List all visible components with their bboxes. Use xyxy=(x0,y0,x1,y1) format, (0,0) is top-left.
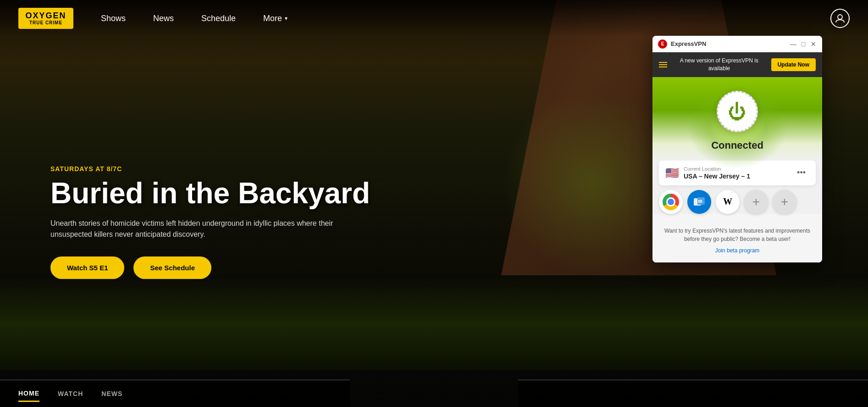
navbar: OXYGEN TRUE CRIME Shows News Schedule Mo… xyxy=(0,0,868,37)
tab-news[interactable]: NEWS xyxy=(101,386,122,401)
vpn-shortcut-outlook[interactable]: ✉ xyxy=(687,190,711,214)
vpn-app-name: ExpressVPN xyxy=(671,40,790,47)
vpn-maximize-button[interactable]: □ xyxy=(800,41,807,47)
svg-text:✉: ✉ xyxy=(698,199,702,204)
vpn-power-button[interactable]: ⏻ xyxy=(717,91,758,132)
hero-title: Buried in the Backyard xyxy=(50,178,370,209)
svg-point-0 xyxy=(838,15,842,19)
profile-button[interactable] xyxy=(830,9,850,28)
vpn-menu-button[interactable] xyxy=(659,62,667,67)
expressvpn-logo-icon: E xyxy=(658,39,667,49)
vpn-power-area: ⏻ Connected xyxy=(652,77,822,161)
logo-oxygen-text: OXYGEN xyxy=(25,11,66,21)
vpn-connected-status: Connected xyxy=(711,139,763,151)
tab-watch[interactable]: WATCH xyxy=(58,386,83,401)
vpn-location-more-button[interactable]: ••• xyxy=(793,166,809,179)
vpn-close-button[interactable]: ✕ xyxy=(810,41,817,47)
vpn-power-icon: ⏻ xyxy=(728,102,746,121)
nav-shows[interactable]: Shows xyxy=(101,14,126,23)
vpn-shortcut-add-2[interactable]: + xyxy=(773,190,796,214)
chrome-icon xyxy=(663,194,679,210)
vpn-update-button[interactable]: Update Now xyxy=(771,58,816,71)
hero-content: SATURDAYS AT 8/7C Buried in the Backyard… xyxy=(50,165,370,279)
vpn-titlebar: E ExpressVPN — □ ✕ xyxy=(652,36,822,52)
nav-more[interactable]: More ▾ xyxy=(263,14,287,23)
schedule-tag: SATURDAYS AT 8/7C xyxy=(50,165,370,173)
vpn-shortcut-add-1[interactable]: + xyxy=(744,190,768,214)
vpn-update-banner: A new version of ExpressVPN is available… xyxy=(652,52,822,77)
watch-button[interactable]: Watch S5 E1 xyxy=(50,256,124,279)
logo-truecrime-text: TRUE CRIME xyxy=(29,20,62,25)
profile-icon xyxy=(835,13,845,23)
hamburger-line xyxy=(659,62,667,63)
nav-schedule[interactable]: Schedule xyxy=(201,14,236,23)
vpn-window-controls: — □ ✕ xyxy=(790,41,817,47)
vpn-shortcut-wikipedia[interactable]: W xyxy=(716,190,740,214)
bottom-tabs: HOME WATCH NEWS xyxy=(0,379,350,407)
expressvpn-window: E ExpressVPN — □ ✕ A new version of Expr… xyxy=(652,36,822,262)
vpn-location-flag: 🇺🇸 xyxy=(665,167,679,179)
more-chevron-icon: ▾ xyxy=(285,15,287,22)
add-icon-2: + xyxy=(781,195,788,209)
nav-news[interactable]: News xyxy=(153,14,174,23)
site-logo[interactable]: OXYGEN TRUE CRIME xyxy=(18,8,73,29)
vpn-minimize-button[interactable]: — xyxy=(790,41,796,47)
nav-links: Shows News Schedule More ▾ xyxy=(101,14,830,23)
vpn-shortcuts: ✉ W + + xyxy=(659,190,816,214)
hero-description: Unearth stories of homicide victims left… xyxy=(50,218,344,240)
vpn-update-message: A new version of ExpressVPN is available xyxy=(672,57,767,72)
vpn-beta-text: Want to try ExpressVPN's latest features… xyxy=(662,227,813,243)
grass-bg xyxy=(0,279,868,370)
nav-right xyxy=(830,9,850,28)
tab-home[interactable]: HOME xyxy=(18,386,39,402)
vpn-join-beta-link[interactable]: Join beta program xyxy=(715,247,760,254)
vpn-body: ⏻ Connected 🇺🇸 Current Location USA – Ne… xyxy=(652,77,822,214)
vpn-location-value: USA – New Jersey – 1 xyxy=(684,173,789,180)
hamburger-line xyxy=(659,67,667,67)
vpn-beta-section: Want to try ExpressVPN's latest features… xyxy=(652,220,822,262)
outlook-icon: ✉ xyxy=(693,195,706,208)
hero-buttons: Watch S5 E1 See Schedule xyxy=(50,256,370,279)
add-icon-1: + xyxy=(752,195,760,209)
bottom-tabs-right-fill xyxy=(518,379,868,407)
schedule-button[interactable]: See Schedule xyxy=(133,256,211,279)
hamburger-line xyxy=(659,64,667,65)
vpn-shortcut-chrome[interactable] xyxy=(659,190,683,214)
wikipedia-icon: W xyxy=(723,196,732,207)
